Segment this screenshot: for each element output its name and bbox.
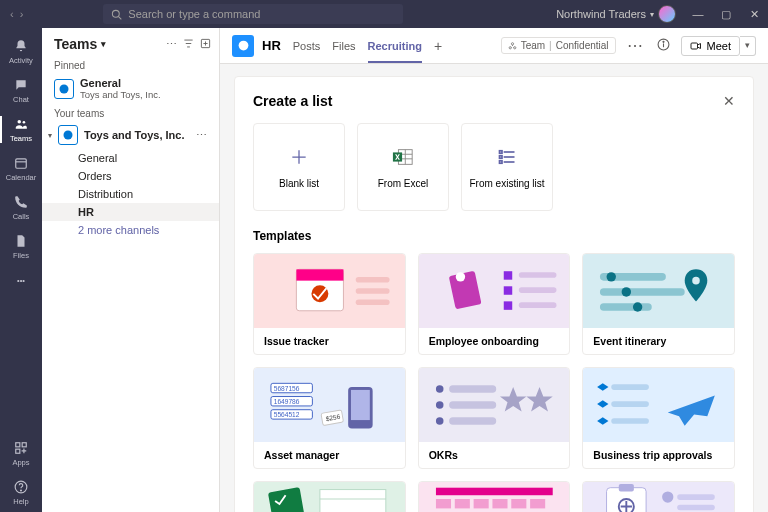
svg-rect-67 — [449, 385, 496, 393]
tile-from-excel[interactable]: From Excel — [357, 123, 449, 211]
rail-files[interactable]: Files — [0, 227, 42, 266]
meet-button[interactable]: Meet — [681, 36, 740, 56]
template-issue-tracker[interactable]: Issue tracker — [253, 253, 406, 355]
team-row[interactable]: ▾ Toys and Toys, Inc. ⋯ — [42, 121, 219, 149]
titlebar: ‹ › Search or type a command Northwind T… — [0, 0, 768, 28]
svg-rect-7 — [22, 443, 26, 447]
your-teams-group-label: Your teams — [42, 104, 219, 121]
template-event-itinerary[interactable]: Event itinerary — [582, 253, 735, 355]
template-row3-a[interactable] — [253, 481, 406, 512]
rail-label: Files — [13, 251, 29, 260]
template-thumb — [419, 254, 570, 328]
main-panel: HR Posts Files Recruiting + Team | Confi… — [220, 28, 768, 512]
channel-hr[interactable]: HR — [42, 203, 219, 221]
svg-point-51 — [622, 287, 631, 296]
sidebar-title[interactable]: Teams▾ — [54, 36, 166, 52]
rail-activity[interactable]: Activity — [0, 32, 42, 71]
more-icon: ••• — [13, 272, 29, 288]
avatar[interactable] — [658, 5, 676, 23]
tab-files[interactable]: Files — [332, 28, 355, 63]
tab-posts[interactable]: Posts — [293, 28, 321, 63]
privacy-pill[interactable]: Team | Confidential — [501, 37, 616, 54]
tab-more-icon[interactable]: ⋯ — [624, 36, 646, 55]
rail-help[interactable]: Help — [0, 473, 42, 512]
nav-back-icon[interactable]: ‹ — [10, 8, 14, 20]
more-icon[interactable]: ⋯ — [166, 38, 177, 51]
filter-icon[interactable] — [183, 38, 194, 51]
apps-icon — [13, 440, 29, 456]
channel-header: HR Posts Files Recruiting + Team | Confi… — [220, 28, 768, 64]
template-employee-onboarding[interactable]: Employee onboarding — [418, 253, 571, 355]
svg-rect-77 — [436, 499, 451, 508]
channel-general[interactable]: General — [42, 149, 219, 167]
template-okrs[interactable]: OKRs — [418, 367, 571, 469]
window-minimize[interactable]: — — [684, 8, 712, 21]
channel-orders[interactable]: Orders — [42, 167, 219, 185]
search-placeholder: Search or type a command — [128, 8, 260, 20]
meet-caret[interactable]: ▾ — [740, 36, 756, 56]
window-maximize[interactable]: ▢ — [712, 8, 740, 21]
rail-calendar[interactable]: Calendar — [0, 149, 42, 188]
org-switcher[interactable]: Northwind Traders ▾ — [556, 5, 676, 23]
svg-rect-84 — [619, 484, 634, 492]
template-label: Business trip approvals — [583, 442, 734, 468]
svg-rect-78 — [454, 499, 469, 508]
phone-icon — [13, 194, 29, 210]
svg-point-12 — [60, 84, 69, 93]
tile-blank-list[interactable]: Blank list — [253, 123, 345, 211]
privacy-label: Confidential — [556, 40, 609, 51]
channel-distribution[interactable]: Distribution — [42, 185, 219, 203]
tab-recruiting[interactable]: Recruiting — [368, 28, 422, 63]
template-business-trip[interactable]: Business trip approvals — [582, 367, 735, 469]
svg-rect-32 — [500, 160, 503, 163]
close-icon[interactable]: ✕ — [723, 93, 735, 109]
info-icon[interactable] — [654, 37, 673, 55]
meet-label: Meet — [707, 40, 731, 52]
template-row3-b[interactable] — [418, 481, 571, 512]
team-avatar-icon — [58, 125, 78, 145]
svg-point-64 — [436, 385, 444, 393]
more-channels-link[interactable]: 2 more channels — [42, 221, 219, 239]
channel-avatar-icon — [232, 35, 254, 57]
template-thumb — [254, 254, 405, 328]
help-icon — [13, 479, 29, 495]
new-team-icon[interactable] — [200, 38, 211, 51]
svg-point-0 — [113, 10, 120, 17]
svg-point-3 — [23, 121, 26, 124]
templates-heading: Templates — [253, 229, 735, 243]
svg-rect-6 — [16, 443, 20, 447]
pinned-channel-name: General — [80, 77, 161, 89]
template-row3-c[interactable] — [582, 481, 735, 512]
rail-calls[interactable]: Calls — [0, 188, 42, 227]
svg-rect-88 — [677, 505, 715, 511]
svg-rect-71 — [612, 401, 650, 407]
svg-rect-21 — [691, 43, 698, 49]
rail-more[interactable]: ••• — [0, 266, 42, 294]
template-thumb — [583, 482, 734, 512]
team-more-icon[interactable]: ⋯ — [196, 129, 211, 142]
template-label: Asset manager — [254, 442, 405, 468]
svg-point-50 — [607, 272, 616, 281]
svg-point-86 — [662, 491, 673, 502]
template-asset-manager[interactable]: 568715616497865564512$256 Asset manager — [253, 367, 406, 469]
rail-chat[interactable]: Chat — [0, 71, 42, 110]
svg-rect-44 — [518, 272, 556, 278]
window-close[interactable]: ✕ — [740, 8, 768, 21]
svg-rect-37 — [356, 288, 390, 294]
svg-point-52 — [633, 302, 642, 311]
svg-rect-81 — [511, 499, 526, 508]
pinned-channel[interactable]: General Toys and Toys, Inc. — [42, 73, 219, 104]
command-search[interactable]: Search or type a command — [103, 4, 403, 24]
rail-teams[interactable]: Teams — [0, 110, 42, 149]
svg-rect-76 — [436, 488, 553, 496]
rail-label: Calls — [13, 212, 30, 221]
svg-point-14 — [238, 41, 248, 51]
channel-name: HR — [262, 38, 281, 53]
card-title: Create a list — [253, 93, 723, 109]
nav-forward-icon[interactable]: › — [20, 8, 24, 20]
template-thumb — [254, 482, 405, 512]
rail-apps[interactable]: Apps — [0, 434, 42, 473]
add-tab-button[interactable]: + — [434, 38, 442, 54]
tile-from-existing[interactable]: From existing list — [461, 123, 553, 211]
svg-rect-31 — [500, 155, 503, 158]
